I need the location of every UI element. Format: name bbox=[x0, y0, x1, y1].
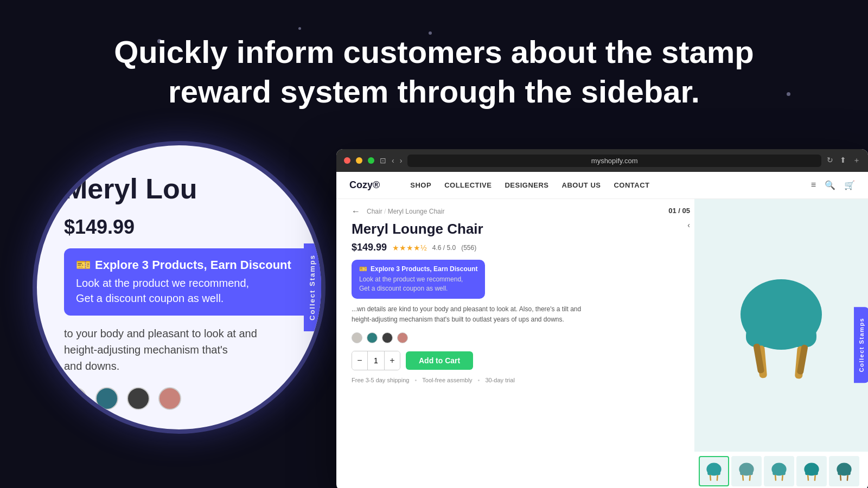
mag-popup-icon: 🎫 bbox=[76, 258, 91, 272]
thumbnail-5[interactable] bbox=[829, 456, 859, 486]
mag-popup-body: Look at the product we recommend,Get a d… bbox=[76, 275, 309, 306]
store-rating-stars: ★★★★½ bbox=[392, 243, 427, 252]
quantity-control: − 1 + bbox=[352, 351, 400, 370]
chair-illustration bbox=[727, 266, 835, 385]
browser-minimize-dot[interactable] bbox=[356, 157, 362, 164]
browser-url-bar[interactable]: myshopify.com bbox=[407, 155, 821, 167]
nav-search-icon[interactable]: 🔍 bbox=[825, 180, 835, 190]
magnifier-content: Meryl Lou $149.99 🎫 Explore 3 Products, … bbox=[64, 172, 321, 429]
svg-rect-12 bbox=[742, 475, 744, 481]
breadcrumb-row: ← Chair / Meryl Lounge Chair bbox=[352, 199, 679, 221]
browser-refresh-icon[interactable]: ↻ bbox=[827, 156, 833, 165]
store-nav-links: SHOP COLLECTIVE DESIGNERS ABOUT US CONTA… bbox=[410, 181, 649, 189]
store-logo[interactable]: Cozy® bbox=[349, 179, 380, 191]
store-nav: Cozy® SHOP COLLECTIVE DESIGNERS ABOUT US… bbox=[336, 172, 868, 199]
thumbnail-4[interactable] bbox=[796, 456, 827, 486]
svg-rect-20 bbox=[807, 475, 809, 481]
nav-menu-icon[interactable]: ≡ bbox=[811, 180, 816, 190]
nav-shop[interactable]: SHOP bbox=[410, 181, 431, 189]
nav-designers[interactable]: DESIGNERS bbox=[505, 181, 548, 189]
browser-maximize-dot[interactable] bbox=[368, 157, 374, 164]
page-nav-arrow[interactable]: ‹ bbox=[687, 221, 690, 229]
store-shipping-info: Free 3-5 day shipping • Tool-free assemb… bbox=[352, 377, 679, 383]
breadcrumb-chair[interactable]: Chair bbox=[367, 208, 382, 215]
thumbnail-row bbox=[694, 452, 868, 488]
mag-price: $149.99 bbox=[64, 216, 321, 239]
qty-increase-button[interactable]: + bbox=[385, 351, 400, 370]
page-current: 01 bbox=[668, 207, 676, 215]
color-swatch-rose[interactable] bbox=[158, 387, 181, 410]
thumb-chair-1 bbox=[703, 460, 725, 482]
mag-stamp-popup: 🎫 Explore 3 Products, Earn Discount Look… bbox=[64, 248, 321, 316]
swatch-beige[interactable] bbox=[352, 332, 362, 343]
svg-rect-21 bbox=[814, 475, 816, 481]
browser-new-tab-icon[interactable]: ＋ bbox=[853, 156, 860, 165]
svg-rect-13 bbox=[749, 475, 751, 481]
browser-actions: ↻ ⬆ ＋ bbox=[827, 156, 860, 165]
browser-forward-icon[interactable]: › bbox=[400, 156, 403, 165]
browser-toolbar: ⊡ ‹ › myshopify.com ↻ ⬆ ＋ bbox=[380, 155, 860, 167]
main-product-image bbox=[694, 199, 868, 452]
store-nav-right: ≡ 🔍 🛒 bbox=[811, 180, 855, 190]
browser-sidebar-icon[interactable]: ⊡ bbox=[380, 156, 386, 165]
svg-rect-23 bbox=[838, 471, 851, 475]
sidebar-collect-stamps-tab[interactable]: Collect Stamps bbox=[854, 307, 868, 383]
mag-popup-title: 🎫 Explore 3 Products, Earn Discount bbox=[76, 258, 309, 272]
store-stamp-popup[interactable]: 🎫 Explore 3 Products, Earn Discount Look… bbox=[352, 260, 485, 299]
svg-rect-11 bbox=[740, 471, 753, 475]
mag-popup-title-text: Explore 3 Products, Earn Discount bbox=[95, 258, 291, 272]
color-swatch-beige[interactable] bbox=[64, 387, 87, 410]
mag-product-title: Meryl Lou bbox=[64, 172, 321, 205]
color-swatch-teal[interactable] bbox=[95, 387, 118, 410]
browser-chrome: ⊡ ‹ › myshopify.com ↻ ⬆ ＋ bbox=[336, 149, 868, 172]
store-popup-icon: 🎫 bbox=[359, 265, 367, 273]
thumbnail-3[interactable] bbox=[764, 456, 794, 486]
browser-share-icon[interactable]: ⬆ bbox=[840, 156, 846, 165]
browser-back-icon[interactable]: ‹ bbox=[392, 156, 394, 165]
store-product-area: 01 / 05 ‹ ← Chair / Meryl Lounge Chair M… bbox=[336, 199, 694, 488]
store-rating-score: 4.6 / 5.0 bbox=[432, 244, 456, 252]
store-rating-count: (556) bbox=[461, 244, 476, 252]
thumb-chair-5 bbox=[833, 460, 855, 482]
mag-sidebar-collect-tab[interactable]: Collect Stamps bbox=[304, 243, 321, 331]
add-to-cart-button[interactable]: Add to Cart bbox=[406, 351, 473, 370]
store-qty-cart-row: − 1 + Add to Cart bbox=[352, 351, 679, 370]
nav-about[interactable]: ABOUT US bbox=[562, 181, 601, 189]
nav-cart-icon[interactable]: 🛒 bbox=[844, 180, 855, 190]
mag-color-swatches bbox=[64, 387, 321, 410]
store-product-title: Meryl Lounge Chair bbox=[352, 221, 679, 237]
swatch-dark[interactable] bbox=[382, 332, 393, 343]
page-sep: / bbox=[678, 207, 682, 215]
store-description: ...wn details are kind to your body and … bbox=[352, 304, 679, 325]
color-swatch-dark[interactable] bbox=[127, 387, 150, 410]
browser-close-dot[interactable] bbox=[344, 157, 350, 164]
decorative-dot bbox=[298, 27, 301, 30]
qty-decrease-button[interactable]: − bbox=[352, 351, 367, 370]
thumbnail-1[interactable] bbox=[699, 456, 729, 486]
page-total: 05 bbox=[682, 207, 690, 215]
headline-line2: reward system through the sidebar. bbox=[168, 74, 700, 109]
breadcrumb-product[interactable]: Meryl Lounge Chair bbox=[388, 208, 445, 215]
thumbnail-2[interactable] bbox=[731, 456, 762, 486]
browser-window: ⊡ ‹ › myshopify.com ↻ ⬆ ＋ Cozy® SHOP COL… bbox=[336, 149, 868, 488]
svg-rect-24 bbox=[840, 475, 841, 481]
svg-rect-19 bbox=[805, 471, 818, 475]
nav-contact[interactable]: CONTACT bbox=[614, 181, 649, 189]
nav-collective[interactable]: COLLECTIVE bbox=[444, 181, 492, 189]
page-indicator: 01 / 05 bbox=[668, 207, 690, 215]
shipping-sep2: • bbox=[478, 377, 480, 383]
assembly-text: Tool-free assembly bbox=[422, 377, 472, 383]
svg-rect-17 bbox=[782, 475, 783, 481]
swatch-rose[interactable] bbox=[397, 332, 408, 343]
thumb-chair-4 bbox=[801, 460, 822, 482]
store-image-panel: Collect Stamps bbox=[694, 199, 868, 488]
store-popup-title: 🎫 Explore 3 Products, Earn Discount bbox=[359, 265, 477, 273]
breadcrumb-back-arrow[interactable]: ← bbox=[352, 207, 360, 216]
headline: Quickly inform customers about the stamp… bbox=[0, 33, 868, 111]
svg-rect-25 bbox=[847, 475, 848, 481]
svg-rect-15 bbox=[773, 471, 786, 475]
swatch-teal[interactable] bbox=[367, 332, 378, 343]
headline-line1-part1: Quickly inform customers about the stamp bbox=[114, 34, 754, 69]
svg-rect-16 bbox=[775, 475, 776, 481]
svg-rect-9 bbox=[717, 475, 718, 481]
